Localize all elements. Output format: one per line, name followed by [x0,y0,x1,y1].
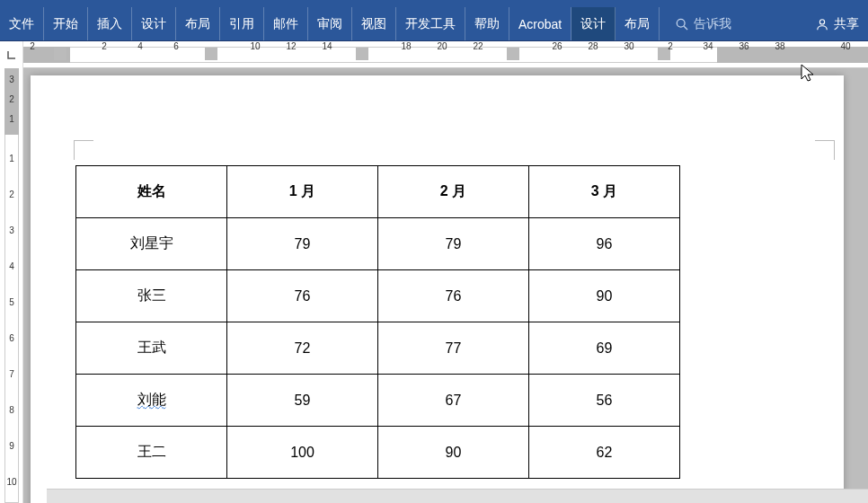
ribbon-tab-7[interactable]: 视图 [352,7,396,40]
ribbon-tab-3[interactable]: 布局 [176,7,220,40]
ruler-h-num: 28 [588,41,598,51]
svg-line-1 [684,26,687,30]
ruler-corner [0,41,23,68]
ruler-vertical[interactable]: 3 2 1 1 2 3 4 5 6 7 8 9 10 [0,68,23,503]
ruler-h-num: 2 [102,41,107,51]
ruler-row: 2 2 4 6 10 12 14 18 20 22 26 28 30 2 34 … [0,41,868,68]
ruler-h-num: 36 [739,41,748,51]
ruler-v-num: 2 [4,94,19,104]
table-row[interactable]: 刘能 59 67 56 [76,375,680,427]
cell-m3[interactable]: 90 [529,270,680,322]
cell-m2[interactable]: 67 [378,375,529,427]
ruler-h-tab-icon [507,48,519,60]
ruler-h-num: 2 [668,41,673,51]
spell-error-text: 刘能 [137,392,166,407]
ruler-h-tab-icon [205,48,217,60]
ruler-h-num: 10 [250,41,260,51]
ruler-v-num: 3 [4,225,19,235]
cell-m1[interactable]: 100 [227,427,378,479]
share-icon [816,18,828,31]
cell-name[interactable]: 刘星宇 [76,218,227,270]
cell-name[interactable]: 张三 [76,270,227,322]
ribbon-tab-12[interactable]: 布局 [616,7,660,40]
ribbon-tab-0[interactable]: 开始 [44,7,88,40]
ruler-h-tab-icon [356,48,368,60]
ribbon-tab-1[interactable]: 插入 [88,7,132,40]
document-area[interactable]: 姓名 1 月 2 月 3 月 刘星宇 79 79 96 [23,68,868,503]
ruler-horizontal[interactable]: 2 2 4 6 10 12 14 18 20 22 26 28 30 2 34 … [23,41,868,67]
ruler-h-num: 22 [473,41,483,51]
data-table[interactable]: 姓名 1 月 2 月 3 月 刘星宇 79 79 96 [75,165,680,479]
svg-point-0 [678,19,686,27]
share-label: 共享 [834,16,859,32]
ruler-v-num: 1 [4,154,19,163]
margin-corner-tl [74,140,93,160]
ribbon-tab-5[interactable]: 邮件 [264,7,308,40]
ribbon-tab-8[interactable]: 开发工具 [396,7,465,40]
cell-m2[interactable]: 76 [378,270,529,322]
ruler-v-num: 6 [4,333,19,343]
cell-m1[interactable]: 59 [227,375,378,427]
cell-m3[interactable]: 96 [529,218,680,270]
ruler-h-num: 4 [137,41,143,51]
ruler-v-num: 9 [4,441,19,451]
ribbon-tab-10[interactable]: Acrobat [509,7,571,40]
table-header-name[interactable]: 姓名 [76,166,227,218]
ruler-v-num: 4 [4,261,19,271]
ruler-h-num: 26 [552,41,562,51]
table-header-row: 姓名 1 月 2 月 3 月 [76,166,680,218]
ruler-h-num: 14 [322,41,332,51]
svg-point-2 [819,19,824,23]
ruler-v-num: 10 [4,477,19,487]
title-bar [0,0,868,7]
table-header-m1[interactable]: 1 月 [227,166,378,218]
ribbon-tab-4[interactable]: 引用 [220,7,264,40]
cell-m3[interactable]: 69 [529,322,680,375]
ruler-v-num: 8 [4,405,19,415]
cell-m1[interactable]: 76 [227,270,378,322]
ruler-v-num: 1 [4,114,19,124]
ruler-v-num: 7 [4,369,19,379]
table-row[interactable]: 张三 76 76 90 [76,270,680,322]
ruler-h-num: 6 [173,41,179,51]
tell-me-search[interactable]: 告诉我 [660,16,748,32]
ruler-v-num: 2 [4,190,19,199]
ruler-h-tab-icon [54,48,66,60]
table-header-m2[interactable]: 2 月 [378,166,529,218]
table-row[interactable]: 王武 72 77 69 [76,322,680,375]
ruler-h-num: 30 [624,41,633,51]
ruler-h-num: 40 [840,41,850,51]
ruler-v-num: 5 [4,297,19,307]
tab-stop-icon [7,50,16,59]
ruler-h-num: 38 [775,41,784,51]
cell-name[interactable]: 王武 [76,322,227,375]
margin-corner-tr [815,140,835,160]
ruler-h-num: 18 [401,41,411,51]
ribbon-tab-9[interactable]: 帮助 [465,7,509,40]
ruler-h-num: 20 [437,41,447,51]
ruler-h-num: 34 [703,41,713,51]
cell-m2[interactable]: 90 [378,427,529,479]
table-row[interactable]: 刘星宇 79 79 96 [76,218,680,270]
table-row[interactable]: 王二 100 90 62 [76,427,680,479]
cell-m3[interactable]: 56 [529,375,680,427]
search-icon [676,18,688,31]
cell-m2[interactable]: 79 [378,218,529,270]
cell-m2[interactable]: 77 [378,322,529,375]
cell-m1[interactable]: 72 [227,322,378,375]
document-page[interactable]: 姓名 1 月 2 月 3 月 刘星宇 79 79 96 [31,75,844,503]
cell-m1[interactable]: 79 [227,218,378,270]
cell-m3[interactable]: 62 [529,427,680,479]
ribbon-tab-11[interactable]: 设计 [571,7,616,40]
table-header-m3[interactable]: 3 月 [529,166,680,218]
tell-me-label: 告诉我 [694,16,731,32]
scrollbar-horizontal[interactable] [47,489,868,503]
share-button[interactable]: 共享 [807,16,868,32]
ribbon-file[interactable]: 文件 [0,7,44,40]
ruler-h-num: 12 [286,41,296,51]
ruler-v-num: 3 [4,75,19,84]
cell-name[interactable]: 王二 [76,427,227,479]
cell-name[interactable]: 刘能 [76,375,227,427]
ribbon-tab-2[interactable]: 设计 [132,7,176,40]
ribbon-tab-6[interactable]: 审阅 [308,7,352,40]
